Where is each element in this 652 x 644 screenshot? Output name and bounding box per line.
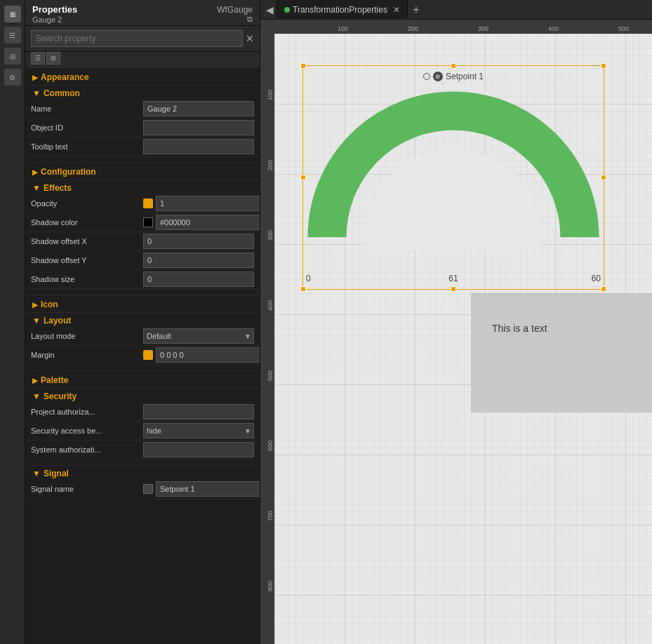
section-security[interactable]: ▼ Security	[25, 388, 260, 403]
prop-margin-label: Margin	[31, 351, 143, 359]
ruler-vtick-100: 100	[267, 90, 274, 100]
section-appearance[interactable]: ▶ Appearance	[25, 67, 260, 85]
ruler-horizontal: 100 200 300 400 500	[274, 20, 652, 34]
tab-close-button[interactable]: ✕	[393, 5, 400, 15]
section-layout[interactable]: ▼ Layout	[25, 312, 260, 327]
ruler-vertical: 100 200 300 400 500 600 700 800	[260, 34, 274, 644]
handle-br[interactable]	[601, 286, 606, 292]
effects-arrow: ▼	[32, 183, 41, 193]
prop-opacity-label: Opacity	[31, 199, 143, 208]
prop-system-auth-label: System authorizati...	[31, 445, 143, 454]
section-common[interactable]: ▼ Common	[25, 85, 260, 100]
ruler-vtick-200: 200	[267, 160, 274, 170]
icon-label: Icon	[41, 300, 58, 309]
canvas-grid[interactable]: ⚙ Setpoint 1 0 61	[274, 34, 652, 644]
handle-bl[interactable]	[300, 286, 306, 292]
tab-label: TransformationProperties	[293, 5, 387, 15]
gauge-value-left: 0	[306, 274, 311, 283]
prop-name-input[interactable]	[143, 101, 254, 116]
handle-mr[interactable]	[601, 175, 606, 180]
signal-label: Signal	[44, 469, 69, 478]
prop-security-access-value: hide disable show ▼	[143, 423, 254, 438]
prop-security-access-select[interactable]: hide disable show	[143, 423, 254, 438]
prop-shadow-size-row: Shadow size	[25, 270, 260, 289]
prop-signal-name-input[interactable]	[156, 481, 260, 497]
settings-icon[interactable]: ⚙	[4, 69, 21, 86]
prop-shadow-y-input[interactable]	[143, 253, 254, 268]
prop-shadow-size-input[interactable]	[143, 271, 254, 287]
view-icons-bar: ☰ ⊞	[25, 52, 260, 67]
properties-scroll: ▶ Appearance ▼ Common Name Object ID Too…	[25, 67, 260, 644]
ruler-tick-400: 400	[548, 25, 559, 32]
palette-label: Palette	[41, 375, 68, 385]
opacity-indicator[interactable]	[143, 199, 153, 208]
list-view-button[interactable]: ☰	[31, 52, 45, 65]
setpoint-icon: ⚙	[433, 72, 443, 81]
handle-tr[interactable]	[601, 63, 606, 69]
properties-icon[interactable]: ⊟	[4, 48, 21, 65]
setpoint-circle	[423, 73, 430, 80]
ruler-tick-100: 100	[338, 25, 348, 32]
signal-name-swatch[interactable]	[143, 484, 153, 494]
prop-project-auth-input[interactable]	[143, 404, 254, 420]
prop-opacity-input[interactable]	[156, 196, 260, 211]
common-label: Common	[44, 88, 80, 98]
gauge-svg	[306, 83, 601, 251]
prop-layout-mode-select[interactable]: Default Absolute Relative	[143, 328, 254, 344]
prop-margin-input[interactable]	[156, 347, 260, 363]
prop-tooltip-label: Tooltip text	[31, 142, 143, 151]
prop-shadow-color-row: Shadow color	[25, 213, 260, 232]
shadow-color-swatch[interactable]	[143, 217, 153, 227]
setpoint-label: ⚙ Setpoint 1	[423, 72, 484, 81]
copy-icon[interactable]: ⧉	[247, 15, 253, 24]
search-input[interactable]	[31, 30, 243, 47]
prop-shadow-color-input[interactable]	[156, 215, 260, 230]
handle-ml[interactable]	[300, 175, 306, 180]
configuration-label: Configuration	[41, 167, 96, 177]
prop-objectid-input[interactable]	[143, 120, 254, 135]
prop-system-auth-input[interactable]	[143, 442, 254, 457]
prop-shadow-y-row: Shadow offset Y	[25, 251, 260, 270]
handle-bm[interactable]	[451, 286, 456, 292]
prop-project-auth-label: Project authoriza...	[31, 408, 143, 416]
prop-shadow-x-label: Shadow offset X	[31, 237, 143, 246]
margin-indicator[interactable]	[143, 350, 153, 360]
ruler-vtick-400: 400	[267, 300, 274, 311]
prop-margin-value	[143, 347, 260, 363]
tab-nav-left[interactable]: ◀	[263, 0, 277, 20]
ruler-vtick-700: 700	[267, 511, 274, 521]
handle-tl[interactable]	[300, 63, 306, 69]
app-icon[interactable]: ⊞	[4, 6, 21, 22]
text-widget[interactable]: This is a text	[492, 318, 632, 339]
prop-security-access-label: Security access be...	[31, 427, 143, 435]
ruler-tick-500: 500	[618, 25, 629, 32]
icon-arrow: ▶	[32, 301, 38, 309]
palette-arrow: ▶	[32, 377, 38, 384]
layout-label: Layout	[44, 316, 71, 326]
prop-shadow-y-value	[143, 253, 254, 268]
section-effects[interactable]: ▼ Effects	[25, 180, 260, 194]
section-palette[interactable]: ▶ Palette	[25, 370, 260, 388]
prop-opacity-value	[143, 196, 260, 211]
section-configuration[interactable]: ▶ Configuration	[25, 162, 260, 180]
svg-point-0	[366, 149, 541, 251]
prop-shadow-x-input[interactable]	[143, 234, 254, 249]
search-clear-button[interactable]: ✕	[246, 33, 254, 44]
section-icon[interactable]: ▶ Icon	[25, 295, 260, 312]
tab-transformation-properties[interactable]: TransformationProperties ✕	[277, 0, 408, 20]
grid-view-button[interactable]: ⊞	[46, 52, 60, 65]
tab-add-button[interactable]: +	[408, 0, 425, 20]
layers-icon[interactable]: ☰	[4, 27, 21, 43]
prop-signal-name-label: Signal name	[31, 485, 143, 493]
canvas-area[interactable]: 100 200 300 400 500 100 200 300 400 500 …	[260, 20, 652, 644]
prop-shadow-color-label: Shadow color	[31, 218, 143, 227]
section-signal[interactable]: ▼ Signal	[25, 465, 260, 480]
layout-arrow: ▼	[32, 316, 41, 326]
handle-tm[interactable]	[451, 63, 456, 69]
tab-status-dot	[284, 7, 290, 13]
prop-tooltip-input[interactable]	[143, 139, 254, 154]
configuration-arrow: ▶	[32, 168, 38, 176]
gauge-widget[interactable]: ⚙ Setpoint 1 0 61	[302, 65, 604, 290]
ruler-tick-200: 200	[408, 25, 418, 32]
setpoint-text: Setpoint 1	[446, 72, 484, 81]
